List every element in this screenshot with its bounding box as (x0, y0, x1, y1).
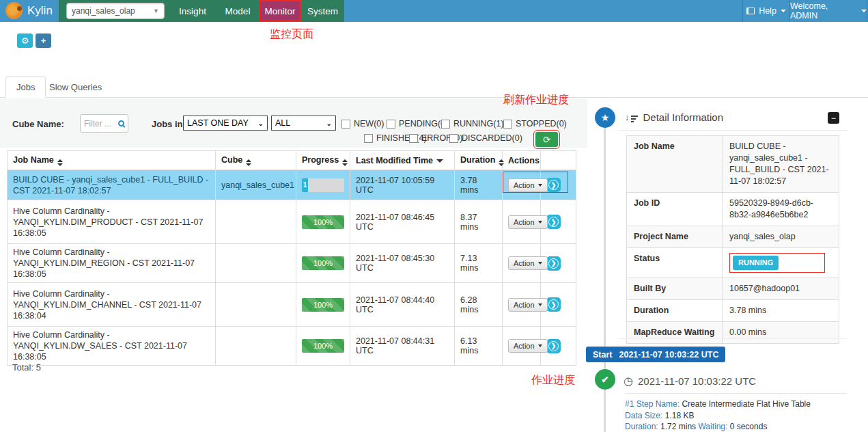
timeline-step-node: ✔ (595, 369, 615, 390)
cube-cell (216, 200, 296, 244)
action-dropdown-button[interactable]: Action (508, 215, 548, 229)
checkbox-label: DISCARDED(0) (462, 133, 522, 143)
action-dropdown-button[interactable]: Action (508, 178, 548, 192)
table-row[interactable]: BUILD CUBE - yanqi_sales_cube1 - FULL_BU… (8, 170, 576, 200)
progress-cell: 1 (296, 170, 350, 200)
time-range-select[interactable]: LAST ONE DAY ⌄ (183, 116, 268, 131)
checkbox-box[interactable] (449, 134, 458, 143)
action-dropdown-button[interactable]: Action (508, 339, 548, 353)
app-brand[interactable]: Kylin (5, 2, 53, 19)
checkbox-box[interactable] (409, 134, 418, 143)
timeline-start-node: ★ (595, 107, 615, 128)
help-menu[interactable]: Help (742, 0, 789, 22)
jobs-total: Total: 5 (12, 362, 41, 373)
checkbox-label: STOPPED(0) (516, 119, 567, 129)
checkbox-label: RUNNING(1) (453, 119, 504, 129)
step-time: 2021-11-07 10:03:22 UTC (638, 375, 756, 387)
status-select-value: ALL (275, 118, 290, 128)
checkbox-discarded[interactable]: DISCARDED(0) (449, 133, 522, 143)
cube-cell (216, 327, 296, 366)
chevron-down-icon (538, 221, 542, 224)
action-label: Action (514, 301, 535, 309)
checkbox-running[interactable]: RUNNING(1) (441, 119, 504, 129)
checkbox-new[interactable]: NEW(0) (341, 119, 384, 129)
step-duration-value: 1.72 mins (660, 422, 696, 431)
checkbox-box[interactable] (341, 120, 350, 129)
detail-value: RUNNING (723, 248, 839, 278)
col-header-duration[interactable]: Duration (455, 151, 503, 170)
action-label: Action (514, 342, 535, 350)
settings-button[interactable]: ⚙ (17, 33, 33, 48)
sort-desc-icon (436, 159, 443, 163)
detail-table: Job NameBUILD CUBE - yanqi_sales_cube1 -… (626, 135, 839, 344)
annotation-refresh-progress: 刷新作业进度 (503, 93, 569, 107)
refresh-jobs-button[interactable]: ⟳ (535, 132, 558, 147)
col-header-job-name[interactable]: Job Name (8, 151, 216, 170)
detail-row: MapReduce Waiting0.00 mins (627, 322, 839, 344)
user-menu[interactable]: Welcome, ADMIN (789, 0, 867, 22)
checkbox-box[interactable] (387, 120, 395, 129)
kylin-logo-icon (5, 2, 23, 19)
jobs-table-header-row: Job Name Cube Progress Last Modified Tim… (8, 151, 576, 170)
cube-cell (216, 244, 296, 283)
status-select[interactable]: ALL ⌄ (271, 116, 336, 131)
annotation-status-box: RUNNING (729, 253, 825, 273)
duration-cell: 6.13 mins (455, 327, 503, 366)
collapse-panel-button[interactable]: − (828, 112, 839, 124)
actions-cell: Action (503, 244, 541, 283)
progress-cell: 100% (296, 244, 350, 283)
checkbox-pending[interactable]: PENDING(0) (387, 119, 448, 129)
table-row[interactable]: Hive Column Cardinality - YANQI_KYLIN.DI… (8, 244, 576, 283)
sort-icon (342, 159, 348, 166)
action-dropdown-button[interactable]: Action (508, 256, 548, 270)
welcome-label: Welcome, ADMIN (790, 1, 857, 21)
time-range-value: LAST ONE DAY (187, 118, 249, 128)
chevron-down-icon (861, 10, 867, 12)
step-time-heading: ◷ 2021-11-07 10:03:22 UTC (624, 375, 756, 387)
progress-fill: 1 (302, 178, 308, 192)
tab-slow-queries[interactable]: Slow Queries (39, 76, 112, 98)
table-row[interactable]: Hive Column Cardinality - YANQI_KYLIN.DI… (8, 200, 576, 244)
expand-job-button[interactable]: ❯ (546, 215, 561, 229)
annotation-job-progress: 作业进度 (531, 373, 575, 388)
nav-item-model[interactable]: Model (216, 0, 259, 22)
detail-label: Job ID (627, 193, 723, 226)
last-modified-cell: 2021-11-07 10:05:59 UTC (350, 170, 455, 200)
action-label: Action (514, 218, 535, 226)
annotation-monitor-page: 监控页面 (270, 27, 313, 42)
divider (618, 130, 847, 131)
checkbox-box[interactable] (364, 134, 373, 143)
project-select-value: yanqi_sales_olap (72, 6, 135, 16)
sort-amount-icon: ↓ (625, 112, 638, 122)
action-dropdown-button[interactable]: Action (508, 298, 548, 312)
col-header-actions: Actions (503, 151, 541, 170)
col-header-progress[interactable]: Progress (296, 151, 350, 170)
project-select[interactable]: yanqi_sales_olap ▼ (66, 3, 165, 19)
nav-item-system[interactable]: System (301, 0, 344, 22)
progress-cell: 100% (296, 283, 350, 327)
checkbox-stopped[interactable]: STOPPED(0) (503, 119, 567, 129)
detail-value: 3.78 mins (723, 300, 839, 322)
minus-icon: − (831, 114, 836, 122)
col-header-last-modified[interactable]: Last Modified Time (350, 151, 455, 170)
expand-job-button[interactable]: ❯ (546, 339, 561, 353)
jobs-in-label: Jobs in: (152, 119, 186, 129)
nav-item-insight[interactable]: Insight (169, 0, 216, 22)
add-button[interactable]: + (36, 33, 51, 48)
actions-cell: Action (503, 200, 541, 244)
table-row[interactable]: Hive Column Cardinality - YANQI_KYLIN.DI… (8, 283, 576, 327)
expand-job-button[interactable]: ❯ (546, 256, 561, 271)
cube-filter-input[interactable]: Filter ... (80, 114, 128, 133)
divider (625, 393, 847, 394)
nav-item-monitor[interactable]: Monitor (259, 0, 301, 22)
detail-value: yanqi_sales_olap (723, 226, 839, 248)
start-time-badge: Start 2021-11-07 10:03:22 UTC (586, 347, 725, 362)
table-row[interactable]: Hive Column Cardinality - YANQI_KYLIN.DW… (8, 327, 576, 366)
expand-job-button[interactable]: ❯ (546, 178, 561, 192)
chevron-down-icon (538, 303, 542, 306)
expand-job-button[interactable]: ❯ (546, 297, 561, 312)
action-label: Action (514, 259, 535, 267)
checkbox-box[interactable] (503, 120, 512, 129)
col-header-cube[interactable]: Cube (216, 151, 296, 170)
checkbox-box[interactable] (441, 120, 450, 129)
